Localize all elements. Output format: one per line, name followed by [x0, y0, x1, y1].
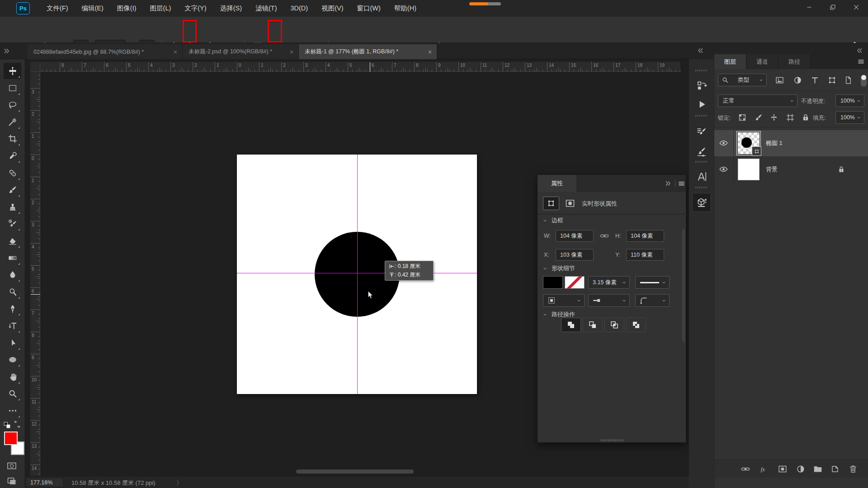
menu-item-3[interactable]: 图像(I) — [110, 0, 143, 17]
blend-mode-dropdown[interactable]: 正常 — [718, 94, 797, 107]
fill-dropdown[interactable]: 100% — [835, 111, 864, 124]
tab-close-icon[interactable] — [428, 50, 432, 54]
swap-colors-icon[interactable] — [13, 420, 22, 429]
actions-panel-button[interactable] — [692, 95, 711, 114]
lock-transparency-icon[interactable] — [738, 113, 747, 122]
foreground-color-swatch[interactable] — [4, 432, 18, 445]
new-group-button[interactable] — [813, 464, 823, 474]
lock-all-icon[interactable] — [801, 113, 810, 122]
character-panel-button[interactable] — [692, 167, 711, 186]
filter-smart-objects-icon[interactable] — [844, 75, 853, 85]
filter-adjustment-layers-icon[interactable] — [793, 75, 802, 85]
move-tool[interactable] — [4, 63, 21, 79]
close-button[interactable] — [844, 0, 868, 14]
filter-type-layers-icon[interactable] — [810, 75, 820, 85]
eyedropper-tool[interactable] — [4, 148, 21, 164]
vertical-guide[interactable] — [357, 155, 358, 394]
horizontal-ruler[interactable]: 87654321012345678910111213141516171819 — [40, 62, 680, 72]
clone-stamp-tool[interactable] — [4, 199, 21, 215]
panel-tab-图层[interactable]: 图层 — [714, 54, 746, 69]
restore-button[interactable] — [821, 0, 844, 14]
panel-scrollbar[interactable] — [682, 229, 685, 342]
horizontal-guide[interactable] — [237, 273, 477, 273]
y-field[interactable]: 110 像素 — [626, 249, 664, 261]
lasso-tool[interactable] — [4, 97, 21, 113]
menu-item-2[interactable]: 编辑(E) — [75, 0, 110, 17]
stroke-color-swatch[interactable] — [565, 276, 585, 289]
brush-tool[interactable] — [4, 182, 21, 198]
shape-details-section-header[interactable]: 形状细节 — [542, 264, 575, 272]
history-panel-button[interactable] — [692, 76, 711, 95]
menu-item-5[interactable]: 文字(Y) — [178, 0, 213, 17]
hand-tool[interactable] — [4, 369, 21, 385]
horizontal-scrollbar[interactable] — [296, 469, 414, 474]
type-tool[interactable] — [4, 318, 21, 334]
height-field[interactable]: 104 像素 — [626, 230, 664, 242]
brushes-panel-button[interactable] — [692, 142, 711, 161]
intersect-shapes-button[interactable] — [604, 318, 624, 332]
path-selection-tool[interactable] — [4, 335, 21, 351]
vertical-ruler[interactable]: 32101234567891011121314 — [30, 72, 40, 476]
properties-panel-button[interactable] — [692, 193, 711, 212]
link-dimensions-icon[interactable] — [599, 231, 610, 241]
width-field[interactable]: 104 像素 — [556, 230, 594, 242]
filter-shape-layers-icon[interactable] — [827, 75, 837, 85]
filter-pixel-layers-icon[interactable] — [775, 75, 784, 85]
menu-item-9[interactable]: 视图(V) — [315, 0, 350, 17]
document-tab-2[interactable]: 未标题-2.psd @ 100%(RGB/8#) * — [183, 44, 299, 59]
crop-tool[interactable] — [4, 131, 21, 147]
menu-item-1[interactable]: 文件(F) — [40, 0, 75, 17]
document-tab-3[interactable]: 未标题-1 @ 177% (椭圆 1, RGB/8#) * — [299, 44, 437, 59]
default-colors-icon[interactable] — [3, 421, 12, 430]
menu-item-7[interactable]: 滤镜(T) — [249, 0, 284, 17]
layer-thumbnail[interactable] — [738, 159, 760, 180]
masks-properties-button[interactable] — [562, 197, 578, 210]
layer-style-button[interactable]: fx — [760, 464, 769, 474]
layer-visibility-icon[interactable] — [719, 138, 728, 148]
tab-close-icon[interactable] — [289, 50, 294, 54]
panel-tab-通道[interactable]: 通道 — [746, 54, 778, 69]
exclude-shapes-button[interactable] — [626, 318, 646, 332]
fill-color-swatch[interactable] — [543, 276, 563, 289]
marquee-tool[interactable] — [4, 80, 21, 96]
quick-mask-mode-icon[interactable] — [6, 460, 18, 471]
link-layers-button[interactable] — [741, 464, 750, 474]
menu-item-6[interactable]: 选择(S) — [213, 0, 249, 17]
stroke-style-dropdown[interactable] — [635, 276, 670, 289]
collapse-panel-chevron-icon[interactable] — [664, 179, 672, 188]
panel-tab-路径[interactable]: 路径 — [778, 54, 811, 69]
edit-toolbar-button[interactable] — [4, 403, 21, 419]
panel-menu-icon[interactable] — [678, 180, 685, 188]
quick-selection-tool[interactable] — [4, 114, 21, 130]
healing-brush-tool[interactable] — [4, 165, 21, 181]
properties-tab[interactable]: 属性 — [538, 175, 576, 192]
minimize-button[interactable] — [797, 0, 821, 14]
subtract-front-shape-button[interactable] — [583, 318, 603, 332]
eraser-tool[interactable] — [4, 233, 21, 249]
zoom-tool[interactable] — [4, 385, 21, 402]
expand-toolbar-chevron-icon[interactable] — [3, 47, 11, 55]
menu-item-8[interactable]: 3D(D) — [283, 0, 315, 17]
stroke-corners-dropdown[interactable] — [635, 294, 670, 307]
gradient-tool[interactable] — [4, 250, 21, 266]
brush-settings-panel-button[interactable] — [692, 122, 711, 141]
document-tab-1[interactable]: 024888efaed545eb.jpg @ 88.7%(RGB/8#) * — [28, 44, 183, 59]
stroke-width-dropdown[interactable]: 3.15 像素 — [588, 276, 630, 289]
layer-name[interactable]: 背景 — [766, 165, 778, 174]
opacity-dropdown[interactable]: 100% — [835, 94, 864, 107]
menu-item-4[interactable]: 图层(L) — [143, 0, 178, 17]
menu-item-10[interactable]: 窗口(W) — [350, 0, 387, 17]
layer-name[interactable]: 椭圆 1 — [766, 139, 783, 147]
lock-pixels-icon[interactable] — [754, 113, 763, 122]
lock-artboard-icon[interactable] — [786, 113, 795, 122]
add-layer-mask-button[interactable] — [778, 464, 788, 474]
live-shape-properties-button[interactable] — [543, 197, 559, 210]
layers-panel-menu-icon[interactable] — [857, 58, 865, 66]
border-section-header[interactable]: 边框 — [542, 216, 563, 225]
menu-item-11[interactable]: 帮助(H) — [387, 0, 423, 17]
stroke-caps-dropdown[interactable] — [588, 294, 630, 307]
combine-shapes-button[interactable] — [561, 318, 581, 332]
adjustment-layer-button[interactable] — [796, 464, 806, 474]
tab-close-icon[interactable] — [173, 50, 178, 54]
delete-layer-button[interactable] — [848, 464, 858, 474]
